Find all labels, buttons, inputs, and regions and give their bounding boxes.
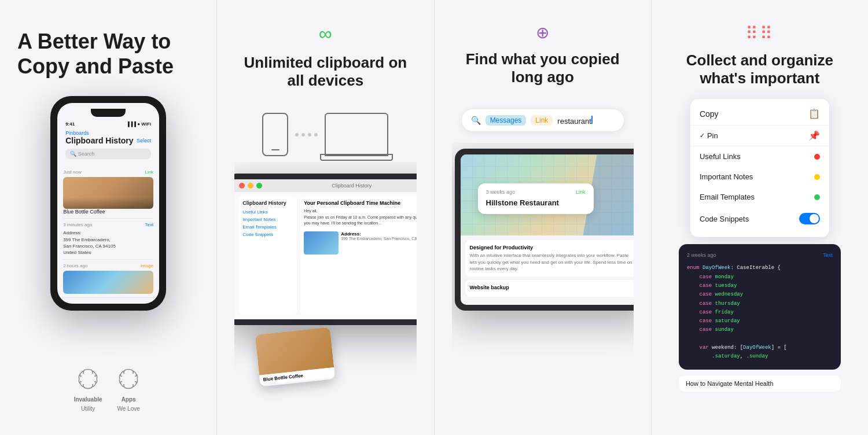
mac-sidebar: Clipboard History Useful Links Important… bbox=[239, 197, 297, 315]
useful-links-color-dot bbox=[814, 154, 820, 160]
code-time: 2 weeks ago bbox=[687, 252, 716, 258]
tablet-mockup: 🍽 3 weeks ago Link Hillstone Restaurant … bbox=[455, 149, 634, 311]
search-tag-messages[interactable]: Messages bbox=[486, 115, 527, 126]
email-templates-label: Email Templates bbox=[700, 193, 755, 201]
menu-item-useful-links[interactable]: Useful Links bbox=[690, 146, 829, 167]
phone-screen-title: Clipboard History bbox=[65, 136, 133, 145]
code-meta: 2 weeks ago Text bbox=[687, 252, 833, 258]
clipboard-item-1[interactable]: Just now Link Blue Bottle Coffee bbox=[63, 166, 153, 219]
award-1-line1: Invaluable bbox=[74, 396, 102, 403]
mac-maximize-btn[interactable] bbox=[256, 183, 262, 189]
important-notes-label: Important Notes bbox=[700, 172, 753, 181]
pin-icon: 📌 bbox=[808, 130, 820, 141]
phone-mockup: 9:41 ▐▐▐ ● WiFi Pinboards Clipboard Hist… bbox=[50, 96, 166, 311]
menu-item-important-notes[interactable]: Important Notes bbox=[690, 167, 829, 187]
tablet-screen: 🍽 3 weeks ago Link Hillstone Restaurant … bbox=[461, 154, 634, 305]
bottom-card-text: How to Navigate Mental Health bbox=[686, 380, 774, 387]
map-area: 🍽 3 weeks ago Link Hillstone Restaurant bbox=[461, 154, 634, 235]
mac-minimize-btn[interactable] bbox=[248, 183, 253, 189]
panel-copy-paste: A Better Way to Copy and Paste 9:41 ▐▐▐ … bbox=[0, 0, 216, 435]
photo-card: Blue Bottle Coffee bbox=[255, 327, 336, 386]
search-query: restaurant bbox=[557, 116, 614, 126]
phone-search[interactable]: 🔍 Search bbox=[65, 149, 151, 159]
popup-location: Hillstone Restaurant bbox=[486, 198, 586, 207]
phone-screen: 9:41 ▐▐▐ ● WiFi Pinboards Clipboard Hist… bbox=[57, 103, 159, 304]
clipboard-menu: Copy 📋 ✓ Pin 📌 Useful Links Important No… bbox=[690, 99, 829, 237]
search-purple-icon: ⊕ bbox=[536, 23, 549, 42]
phone-back: Pinboards bbox=[65, 130, 151, 136]
popup-type: Link bbox=[576, 189, 586, 195]
tablet-item-2[interactable]: Website backup bbox=[465, 280, 634, 297]
dots-connection bbox=[295, 133, 318, 137]
mac-img-thumb bbox=[304, 231, 339, 255]
item-text-2: Address:399 The Embarcadero,San Francisc… bbox=[63, 230, 153, 256]
panel1-title: A Better Way to Copy and Paste bbox=[17, 29, 199, 79]
devices-illustration bbox=[262, 113, 388, 156]
device-phone-icon bbox=[262, 113, 288, 156]
important-notes-color-dot bbox=[814, 174, 820, 180]
useful-links-label: Useful Links bbox=[700, 152, 741, 161]
phone-header: Pinboards Clipboard History Select 🔍 Sea… bbox=[63, 130, 153, 166]
menu-item-email-templates[interactable]: Email Templates bbox=[690, 187, 829, 207]
mac-window-title: Clipboard History bbox=[265, 183, 416, 189]
code-content: enum DayOfWeek: CaseIterable { case mond… bbox=[687, 264, 833, 361]
checkmark-icon: ✓ bbox=[700, 132, 705, 139]
item-thumb-3 bbox=[63, 271, 153, 294]
award-2: Apps We Love bbox=[114, 364, 143, 412]
panel-find-copied: ⊕ Find what you copied long ago 🔍 Messag… bbox=[434, 0, 651, 435]
code-snippets-toggle[interactable] bbox=[799, 213, 820, 224]
toggle-knob bbox=[810, 214, 819, 223]
mac-mockup: Clipboard History Clipboard History Usef… bbox=[234, 174, 416, 325]
clipboard-item-3[interactable]: 2 hours ago Image bbox=[63, 260, 153, 298]
phone-status-bar: 9:41 ▐▐▐ ● WiFi bbox=[63, 121, 153, 130]
award-wreath-icon-2 bbox=[114, 364, 143, 393]
map-popup: 3 weeks ago Link Hillstone Restaurant bbox=[478, 183, 594, 214]
search-bar-mockup[interactable]: 🔍 Messages Link restaurant bbox=[462, 109, 624, 131]
clipboard-item-2[interactable]: 3 minutes ago Text Address:399 The Embar… bbox=[63, 219, 153, 260]
menu-pin-row[interactable]: ✓ Pin 📌 bbox=[690, 126, 829, 146]
email-templates-color-dot bbox=[814, 194, 820, 200]
pin-label: Pin bbox=[707, 131, 718, 140]
code-type: Text bbox=[823, 252, 833, 258]
menu-header-title: Copy bbox=[700, 109, 719, 119]
award-2-line2: We Love bbox=[117, 405, 139, 412]
bottom-card: How to Navigate Mental Health bbox=[679, 375, 841, 392]
mac-main-content: Your Personal Clipboard Time Machine Hey… bbox=[300, 197, 416, 315]
panel4-title: Collect and organize what's important bbox=[669, 51, 851, 87]
code-card: 2 weeks ago Text enum DayOfWeek: CaseIte… bbox=[679, 244, 841, 369]
panel2-title: Unlimited clipboard on all devices bbox=[234, 54, 416, 90]
award-1: Invaluable Utility bbox=[73, 364, 102, 412]
search-tag-link[interactable]: Link bbox=[531, 115, 553, 126]
tablet-items: Designed for Productivity With an intuit… bbox=[461, 235, 634, 305]
menu-item-code-snippets[interactable]: Code Snippets bbox=[690, 207, 829, 230]
award-2-line1: Apps bbox=[122, 396, 136, 403]
phone-select: Select bbox=[137, 138, 151, 143]
code-snippets-label: Code Snippets bbox=[700, 215, 749, 223]
mac-titlebar: Clipboard History bbox=[234, 179, 416, 192]
phone-notch bbox=[91, 109, 126, 117]
item-image-1 bbox=[63, 177, 153, 209]
clipboard-icon: 📋 bbox=[808, 108, 820, 119]
panel-collect-organize: ⠿⠿ Collect and organize what's important… bbox=[651, 0, 868, 435]
mac-content: Clipboard History Useful Links Important… bbox=[234, 192, 416, 319]
panel-unlimited-clipboard: ∞ Unlimited clipboard on all devices Cli… bbox=[216, 0, 433, 435]
award-1-line2: Utility bbox=[81, 405, 95, 412]
phone-signal: ▐▐▐ ● WiFi bbox=[126, 121, 151, 127]
awards-row: Invaluable Utility Apps We Lov bbox=[73, 364, 143, 418]
device-laptop-icon bbox=[325, 113, 388, 156]
search-icon: 🔍 bbox=[471, 116, 481, 125]
award-wreath-icon-1 bbox=[73, 364, 102, 393]
grid-dots-icon: ⠿⠿ bbox=[745, 23, 774, 43]
popup-time: 3 weeks ago bbox=[486, 189, 516, 195]
mac-close-btn[interactable] bbox=[239, 183, 245, 189]
menu-header: Copy 📋 bbox=[690, 106, 829, 126]
infinity-icon: ∞ bbox=[319, 23, 332, 45]
tablet-item-1[interactable]: Designed for Productivity With an intuit… bbox=[465, 240, 634, 277]
phone-time: 9:41 bbox=[65, 121, 75, 127]
panel3-title: Find what you copied long ago bbox=[452, 50, 634, 86]
item-brand: Blue Bottle Coffee bbox=[63, 209, 153, 215]
